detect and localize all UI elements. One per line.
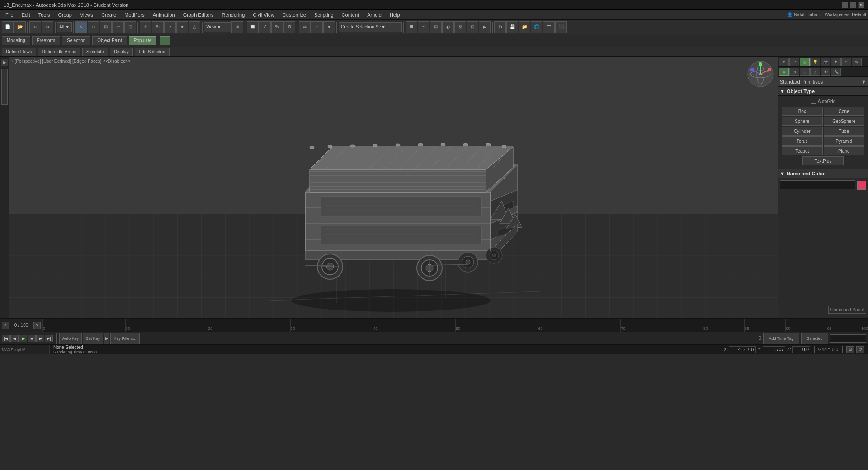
rp-hierarchy-icon[interactable]: ◇ xyxy=(800,68,810,76)
timeline-next-btn[interactable]: > xyxy=(33,322,41,329)
color-swatch[interactable] xyxy=(857,181,866,190)
close-button[interactable]: ✕ xyxy=(858,2,864,8)
percent-snap-btn[interactable]: % xyxy=(271,21,283,33)
curve-editor-btn[interactable]: ~ xyxy=(418,21,429,33)
left-tool-1[interactable]: ▶ xyxy=(1,59,8,66)
menu-animation[interactable]: Animation xyxy=(149,10,179,19)
btn-pyramid[interactable]: Pyramid xyxy=(824,136,865,146)
align-btn[interactable]: ≡ xyxy=(311,21,323,33)
tab-freeform[interactable]: Freeform xyxy=(32,36,61,45)
3d-snap-btn[interactable]: 🔲 xyxy=(247,21,259,33)
viewport-lock-btn[interactable]: ⛝ xyxy=(846,346,854,353)
material-editor-btn[interactable]: ◐ xyxy=(442,21,454,33)
btn-textplus[interactable]: TextPlus xyxy=(802,156,844,165)
time-config-btn[interactable]: ⏱ xyxy=(856,346,864,353)
menu-content[interactable]: Content xyxy=(338,10,363,19)
auto-key-btn[interactable]: Auto Key xyxy=(59,333,82,344)
render-frame-btn[interactable]: ⊡ xyxy=(467,21,478,33)
tab-populate[interactable]: Populate xyxy=(129,36,156,45)
key-mode-btn[interactable]: ▶ xyxy=(104,333,109,344)
z-input[interactable] xyxy=(792,346,810,353)
object-name-input[interactable] xyxy=(780,180,855,189)
create-selection-dropdown[interactable]: Create Selection Se▼ xyxy=(339,22,402,32)
rp-space-warp-icon[interactable]: ~ xyxy=(841,58,851,66)
mirror-btn[interactable]: ⇔ xyxy=(299,21,311,33)
select-move-btn[interactable]: ✛ xyxy=(140,21,151,33)
rp-motion-icon[interactable]: ▷ xyxy=(810,68,820,76)
left-scroll[interactable] xyxy=(1,69,8,105)
define-idle-areas-button[interactable]: Define Idle Areas xyxy=(38,48,80,56)
select-by-name-btn[interactable]: ⊞ xyxy=(100,21,112,33)
menu-group[interactable]: Group xyxy=(54,10,75,19)
new-button[interactable]: 📄 xyxy=(2,21,14,33)
menu-scripting[interactable]: Scripting xyxy=(311,10,337,19)
ribbon-btn[interactable]: ⬛ xyxy=(555,21,567,33)
rp-plus-icon[interactable]: + xyxy=(779,58,789,66)
btn-cone[interactable]: Cone xyxy=(824,107,865,116)
tab-modeling[interactable]: Modeling xyxy=(2,36,30,45)
autogrid-checkbox[interactable] xyxy=(811,99,816,104)
maxscript-mini[interactable]: MAXScript Mini xyxy=(0,345,50,354)
render-last-btn[interactable]: ▶ xyxy=(479,21,491,33)
rp-helper-icon[interactable]: ✦ xyxy=(831,58,841,66)
go-start-btn[interactable]: |◀ xyxy=(2,335,10,342)
tab-object-paint[interactable]: Object Paint xyxy=(92,36,127,45)
ref-coord-btn[interactable]: ◎ xyxy=(189,21,200,33)
edit-selected-button[interactable]: Edit Selected xyxy=(135,48,170,56)
rp-utilities-icon[interactable]: 🔧 xyxy=(831,68,841,76)
schematic-view-btn[interactable]: ⊞ xyxy=(430,21,442,33)
rp-modify-icon[interactable]: ⊞ xyxy=(789,68,799,76)
play-btn[interactable]: ▶ xyxy=(19,335,27,342)
btn-teapot[interactable]: Teapot xyxy=(782,146,823,155)
rp-light-icon[interactable]: 💡 xyxy=(810,58,820,66)
orientation-gizmo[interactable] xyxy=(747,61,774,88)
btn-torus[interactable]: Torus xyxy=(782,136,823,146)
key-filters-btn[interactable]: Key Filters... xyxy=(110,333,140,344)
btn-cylinder[interactable]: Cylinder xyxy=(782,127,823,136)
y-input[interactable] xyxy=(763,346,785,353)
render-setup-btn[interactable]: ⊠ xyxy=(454,21,466,33)
x-input[interactable] xyxy=(729,346,756,353)
rp-systems-icon[interactable]: ⚙ xyxy=(852,58,862,66)
undo-button[interactable]: ↩ xyxy=(29,21,41,33)
menu-civil-view[interactable]: Civil View xyxy=(249,10,278,19)
pivot-btn[interactable]: ⊕ xyxy=(231,21,243,33)
rp-camera-icon[interactable]: 📷 xyxy=(821,58,830,66)
menu-rendering[interactable]: Rendering xyxy=(218,10,249,19)
menu-modifiers[interactable]: Modifiers xyxy=(121,10,148,19)
display-button[interactable]: Display xyxy=(110,48,133,56)
rp-curve-icon[interactable]: 〜 xyxy=(789,58,799,66)
asset-tracking-btn[interactable]: 📁 xyxy=(519,21,530,33)
rp-display-icon[interactable]: 👁 xyxy=(821,68,830,76)
angle-snap-btn[interactable]: ∠ xyxy=(259,21,271,33)
selection-filter-dropdown[interactable]: All ▼ xyxy=(57,22,72,32)
menu-help[interactable]: Help xyxy=(386,10,404,19)
rp-create-icon[interactable]: ◈ xyxy=(779,68,789,76)
quick-status-btn[interactable]: ⚙ xyxy=(494,21,506,33)
spinner-snap-btn[interactable]: ⚙ xyxy=(283,21,295,33)
btn-geosphere[interactable]: GeoSphere xyxy=(824,117,865,126)
menu-file[interactable]: File xyxy=(2,10,17,19)
menu-views[interactable]: Views xyxy=(76,10,97,19)
prev-frame-btn[interactable]: ◀ xyxy=(10,335,19,342)
rect-sel-btn[interactable]: ▭ xyxy=(112,21,124,33)
simulate-button[interactable]: Simulate xyxy=(82,48,108,56)
maximize-button[interactable]: □ xyxy=(850,2,856,8)
go-end-btn[interactable]: ▶| xyxy=(45,335,53,342)
open-button[interactable]: 📂 xyxy=(14,21,26,33)
timeline-track[interactable]: 0 10 20 30 40 50 60 70 80 85 90 95 100 xyxy=(42,319,868,332)
rp-geom-icon[interactable]: ◎ xyxy=(800,58,810,66)
type-selector-dropdown[interactable]: Standard Primitives ▼ xyxy=(778,77,868,87)
menu-create[interactable]: Create xyxy=(98,10,120,19)
btn-plane[interactable]: Plane xyxy=(824,146,865,155)
select-rotate-btn[interactable]: ↻ xyxy=(152,21,164,33)
menu-edit[interactable]: Edit xyxy=(18,10,34,19)
menu-tools[interactable]: Tools xyxy=(35,10,54,19)
key-search-input[interactable] xyxy=(830,334,866,343)
window-cross-btn[interactable]: ⊡ xyxy=(124,21,136,33)
scene-explorer-btn[interactable]: 🌐 xyxy=(531,21,542,33)
define-flows-button[interactable]: Define Flows xyxy=(2,48,36,56)
select-region-btn[interactable]: □ xyxy=(88,21,99,33)
btn-box[interactable]: Box xyxy=(782,107,823,116)
timeline-prev-btn[interactable]: < xyxy=(2,322,9,329)
